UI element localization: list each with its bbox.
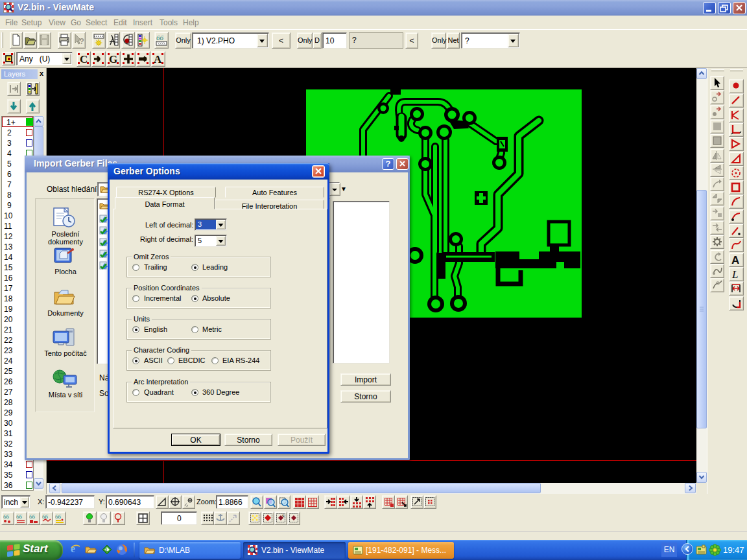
svg-text:66: 66 xyxy=(3,513,10,520)
svg-text:66: 66 xyxy=(156,34,164,41)
svg-text:e: e xyxy=(71,543,75,554)
svg-text:66: 66 xyxy=(55,513,62,520)
svg-text:L: L xyxy=(106,547,109,553)
svg-text:L: L xyxy=(731,268,738,281)
svg-text:66: 66 xyxy=(16,513,23,520)
svg-text:A: A xyxy=(731,254,739,266)
svg-text:66: 66 xyxy=(29,513,36,520)
svg-text:A: A xyxy=(154,53,162,65)
svg-text:G: G xyxy=(109,53,117,65)
svg-text:C: C xyxy=(80,53,88,65)
svg-text:s: s xyxy=(282,513,285,518)
svg-text:?: ? xyxy=(79,36,84,46)
